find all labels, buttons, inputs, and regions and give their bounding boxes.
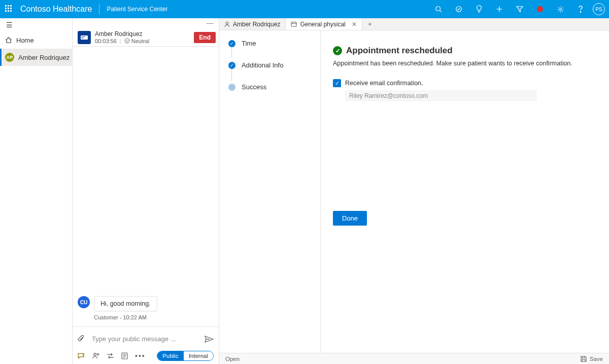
add-tab-button[interactable]: +	[362, 18, 378, 30]
app-launcher-icon[interactable]	[5, 5, 13, 13]
stepper-panel: ✓ Time ✓ Additional Info Success	[219, 18, 321, 364]
lightbulb-icon[interactable]	[471, 0, 487, 18]
end-conversation-button[interactable]: End	[194, 32, 216, 43]
settings-gear-icon[interactable]	[552, 0, 568, 18]
message-bubble: Hi, good morning.	[94, 296, 157, 311]
detail-title: Appointment rescheduled	[346, 46, 453, 56]
user-avatar[interactable]: PS	[593, 3, 605, 15]
chat-channel-icon	[78, 31, 91, 44]
app-topbar: Contoso Healthcare Patient Service Cente…	[0, 0, 609, 18]
svg-point-15	[128, 40, 128, 41]
attachment-icon[interactable]	[78, 335, 85, 343]
compose-area: ••• Public Internal	[73, 326, 219, 364]
compose-input[interactable]	[90, 332, 199, 346]
svg-marker-7	[517, 7, 523, 12]
brand-title: Contoso Healthcare	[20, 5, 92, 14]
send-icon[interactable]	[205, 336, 214, 343]
brand-subtitle: Patient Service Center	[107, 6, 167, 13]
svg-point-13	[125, 39, 129, 43]
svg-rect-11	[82, 37, 85, 37]
filter-icon[interactable]	[512, 0, 528, 18]
step-dot-current-icon	[228, 84, 235, 91]
step-dot-done-icon: ✓	[228, 40, 235, 47]
status-open-label: Open	[225, 356, 240, 362]
svg-point-23	[226, 22, 228, 24]
step-additional-info[interactable]: ✓ Additional Info	[228, 61, 315, 69]
tab-general-physical[interactable]: General physical ✕	[286, 18, 362, 30]
step-time[interactable]: ✓ Time	[228, 40, 315, 47]
task-check-icon[interactable]	[451, 0, 467, 18]
help-icon[interactable]	[572, 0, 589, 18]
svg-line-1	[440, 11, 442, 13]
nav-session-amber[interactable]: AR Amber Rodriquez	[0, 49, 72, 66]
email-confirmation-checkbox[interactable]: ✓	[333, 79, 341, 87]
nav-home[interactable]: Home	[0, 31, 72, 49]
status-bar: Open Save	[219, 353, 609, 364]
svg-point-17	[94, 353, 96, 356]
svg-rect-12	[82, 38, 84, 39]
mode-public[interactable]: Public	[157, 351, 183, 360]
more-actions-icon[interactable]: •••	[135, 352, 146, 360]
svg-point-8	[559, 8, 561, 10]
mode-internal[interactable]: Internal	[184, 351, 213, 360]
hamburger-icon[interactable]: ☰	[6, 21, 13, 29]
user-avatar-initials: PS	[595, 7, 602, 12]
record-indicator-icon[interactable]	[532, 0, 548, 18]
quick-reply-icon[interactable]	[78, 352, 85, 359]
svg-rect-24	[291, 22, 296, 26]
nav-session-label: Amber Rodriquez	[18, 54, 70, 61]
status-save-label[interactable]: Save	[590, 356, 603, 362]
svg-point-9	[580, 11, 581, 12]
notes-icon[interactable]	[121, 352, 128, 359]
sentiment-badge: Neutral	[124, 38, 149, 44]
session-avatar-badge: AR	[5, 53, 14, 62]
step-dot-done-icon: ✓	[228, 62, 235, 69]
nav-home-label: Home	[16, 37, 34, 44]
svg-point-14	[126, 40, 126, 41]
message-row: CU Hi, good morning.	[78, 296, 214, 311]
topbar-separator	[99, 4, 99, 14]
done-button[interactable]: Done	[333, 211, 367, 226]
tab-amber-rodriquez[interactable]: Amber Rodriquez	[219, 18, 286, 30]
message-meta: Customer - 10:22 AM	[94, 314, 214, 320]
email-confirmation-label: Receive email confirmation.	[345, 80, 423, 87]
add-icon[interactable]	[491, 0, 507, 18]
detail-panel: ✓ Appointment rescheduled Appointment ha…	[321, 18, 609, 364]
person-icon	[224, 21, 230, 27]
conversation-header: Amber Rodriquez 00:03:56 | Neutral End	[73, 29, 219, 47]
conversation-body: CU Hi, good morning. Customer - 10:22 AM	[73, 47, 219, 326]
minimize-icon[interactable]	[207, 23, 214, 24]
transfer-icon[interactable]	[107, 353, 114, 359]
save-icon[interactable]	[581, 356, 587, 362]
svg-point-0	[436, 7, 441, 11]
svg-point-18	[97, 353, 98, 355]
svg-rect-10	[81, 35, 88, 40]
step-success[interactable]: Success	[228, 83, 315, 91]
left-nav: ☰ Home AR Amber Rodriquez	[0, 18, 73, 364]
success-check-icon: ✓	[333, 46, 342, 55]
conversation-name: Amber Rodriquez	[95, 31, 190, 38]
customer-avatar: CU	[78, 296, 90, 308]
detail-description: Appointment has been rescheduled. Make s…	[333, 60, 597, 67]
confirmation-email-input[interactable]	[345, 90, 537, 101]
topbar-actions: PS	[430, 0, 605, 18]
search-icon[interactable]	[430, 0, 447, 18]
conversation-timer: 00:03:56	[95, 38, 117, 44]
close-tab-icon[interactable]: ✕	[352, 21, 357, 28]
conversation-panel: Amber Rodriquez 00:03:56 | Neutral End C…	[73, 18, 219, 364]
message-mode-toggle[interactable]: Public Internal	[157, 351, 214, 361]
home-icon	[5, 37, 12, 44]
record-tabs: Amber Rodriquez General physical ✕ +	[219, 18, 609, 30]
consult-icon[interactable]	[92, 352, 99, 359]
calendar-icon	[291, 21, 297, 27]
